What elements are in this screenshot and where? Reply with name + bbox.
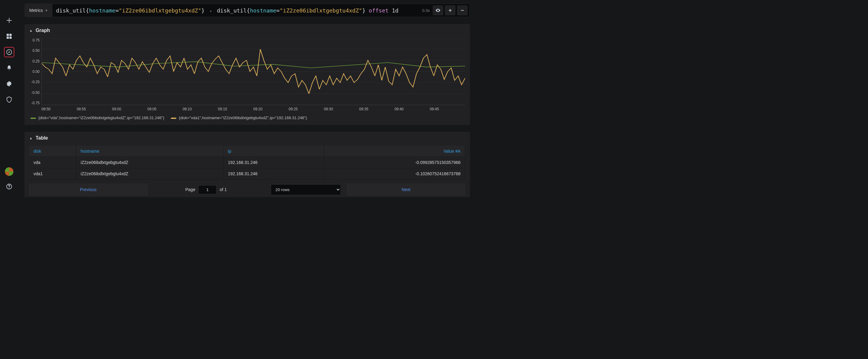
- chart[interactable]: 0.750.500.250.00-0.25-0.50-0.75: [29, 38, 465, 105]
- plus-icon: [6, 17, 12, 24]
- table-header[interactable]: hostname: [76, 146, 224, 157]
- pager-page-input[interactable]: [198, 185, 217, 194]
- table-row[interactable]: vda1iZ2ze06ibdlxtgebgtu4xdZ192.168.31.24…: [29, 168, 465, 179]
- live-button[interactable]: [433, 5, 443, 15]
- svg-rect-2: [6, 36, 8, 39]
- svg-rect-1: [9, 34, 11, 36]
- bell-icon: [6, 65, 12, 71]
- chart-legend: {disk="vda",hostname="iZ2ze06ibdlxtgebgt…: [30, 116, 465, 120]
- user-avatar[interactable]: [5, 167, 13, 176]
- table-pager: Previous Page of 1 20 rows Next: [29, 184, 465, 196]
- nav-help[interactable]: [4, 181, 14, 192]
- svg-point-6: [9, 188, 9, 188]
- legend-item[interactable]: {disk="vda",hostname="iZ2ze06ibdlxtgebgt…: [30, 116, 164, 120]
- nav-alerting[interactable]: [4, 63, 14, 73]
- pager-previous[interactable]: Previous: [29, 184, 147, 196]
- table-panel: ▲ Table diskhostnameipValue #A vdaiZ2ze0…: [25, 132, 470, 197]
- nav-explore[interactable]: [4, 47, 14, 57]
- nav-add[interactable]: [4, 15, 14, 26]
- datasource-selector[interactable]: Metrics ▼: [25, 4, 52, 17]
- table-header[interactable]: ip: [223, 146, 324, 157]
- eye-icon: [435, 8, 441, 13]
- table-header[interactable]: disk: [29, 146, 76, 157]
- chevron-down-icon: ▼: [45, 9, 48, 12]
- table-header[interactable]: Value #A: [324, 146, 465, 157]
- query-elapsed: 0.3s: [419, 8, 433, 13]
- query-bar: Metrics ▼ disk_util{hostname="iZ2ze06ibd…: [25, 4, 470, 17]
- nav-server-admin[interactable]: [4, 94, 14, 105]
- main: Metrics ▼ disk_util{hostname="iZ2ze06ibd…: [18, 0, 475, 197]
- chart-xaxis: 08:5008:5509:0009:0509:1009:1509:2009:25…: [41, 107, 465, 111]
- remove-query-button[interactable]: −: [457, 5, 467, 15]
- shield-icon: [6, 96, 12, 103]
- chart-plot: [41, 38, 465, 105]
- table-row[interactable]: vdaiZ2ze06ibdlxtgebgtu4xdZ192.168.31.246…: [29, 157, 465, 168]
- datasource-label: Metrics: [29, 8, 43, 13]
- compass-icon: [6, 49, 12, 56]
- nav-configuration[interactable]: [4, 79, 14, 89]
- sidebar: [0, 0, 18, 197]
- svg-rect-3: [9, 36, 11, 39]
- grid-icon: [6, 33, 12, 40]
- graph-panel-title: Graph: [36, 28, 50, 33]
- nav-dashboards[interactable]: [4, 31, 14, 41]
- graph-panel-header[interactable]: ▲ Graph: [25, 25, 469, 36]
- query-input[interactable]: disk_util{hostname="iZ2ze06ibdlxtgebgtu4…: [52, 7, 419, 14]
- chart-yaxis: 0.750.500.250.00-0.25-0.50-0.75: [29, 38, 41, 105]
- table-panel-title: Table: [36, 135, 48, 141]
- pager-page-label: Page: [185, 187, 195, 192]
- add-query-button[interactable]: +: [445, 5, 455, 15]
- collapse-icon: ▲: [29, 29, 33, 32]
- collapse-icon: ▲: [29, 136, 33, 140]
- gear-icon: [6, 81, 12, 87]
- svg-rect-0: [6, 34, 8, 36]
- table-panel-header[interactable]: ▲ Table: [25, 132, 469, 144]
- legend-item[interactable]: {disk="vda1",hostname="iZ2ze06ibdlxtgebg…: [171, 116, 307, 120]
- help-icon: [6, 183, 12, 190]
- pager-next[interactable]: Next: [347, 184, 465, 196]
- graph-panel: ▲ Graph 0.750.500.250.00-0.25-0.50-0.75 …: [25, 24, 470, 125]
- pager-of-label: of 1: [220, 187, 226, 192]
- pager-rows-select[interactable]: 20 rows: [271, 184, 341, 195]
- data-table: diskhostnameipValue #A vdaiZ2ze06ibdlxtg…: [29, 146, 465, 179]
